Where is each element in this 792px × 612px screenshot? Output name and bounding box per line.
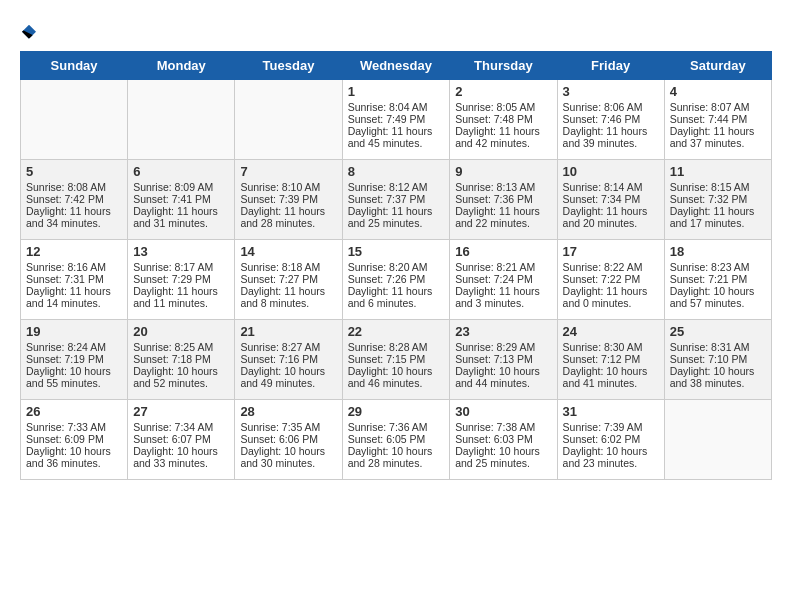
- day-info: Sunrise: 8:24 AM: [26, 341, 122, 353]
- calendar-cell: [21, 80, 128, 160]
- day-info: Sunset: 6:03 PM: [455, 433, 551, 445]
- day-info: Sunset: 6:05 PM: [348, 433, 445, 445]
- calendar-cell: 6Sunrise: 8:09 AMSunset: 7:41 PMDaylight…: [128, 160, 235, 240]
- day-number: 5: [26, 164, 122, 179]
- day-header-saturday: Saturday: [664, 52, 771, 80]
- calendar-week-3: 12Sunrise: 8:16 AMSunset: 7:31 PMDayligh…: [21, 240, 772, 320]
- calendar-cell: 26Sunrise: 7:33 AMSunset: 6:09 PMDayligh…: [21, 400, 128, 480]
- day-info: Sunrise: 8:06 AM: [563, 101, 659, 113]
- day-info: Daylight: 11 hours and 42 minutes.: [455, 125, 551, 149]
- day-info: Sunset: 6:02 PM: [563, 433, 659, 445]
- day-info: Daylight: 10 hours and 30 minutes.: [240, 445, 336, 469]
- calendar-cell: 2Sunrise: 8:05 AMSunset: 7:48 PMDaylight…: [450, 80, 557, 160]
- calendar-cell: 11Sunrise: 8:15 AMSunset: 7:32 PMDayligh…: [664, 160, 771, 240]
- calendar-cell: 3Sunrise: 8:06 AMSunset: 7:46 PMDaylight…: [557, 80, 664, 160]
- day-header-friday: Friday: [557, 52, 664, 80]
- calendar-header-row: SundayMondayTuesdayWednesdayThursdayFrid…: [21, 52, 772, 80]
- day-number: 19: [26, 324, 122, 339]
- day-info: Daylight: 11 hours and 37 minutes.: [670, 125, 766, 149]
- day-info: Daylight: 11 hours and 0 minutes.: [563, 285, 659, 309]
- calendar-cell: 31Sunrise: 7:39 AMSunset: 6:02 PMDayligh…: [557, 400, 664, 480]
- day-info: Sunrise: 8:22 AM: [563, 261, 659, 273]
- calendar-cell: 14Sunrise: 8:18 AMSunset: 7:27 PMDayligh…: [235, 240, 342, 320]
- calendar-cell: 25Sunrise: 8:31 AMSunset: 7:10 PMDayligh…: [664, 320, 771, 400]
- logo: ▶: [20, 20, 36, 41]
- day-info: Daylight: 11 hours and 20 minutes.: [563, 205, 659, 229]
- day-info: Sunrise: 7:36 AM: [348, 421, 445, 433]
- day-number: 23: [455, 324, 551, 339]
- day-number: 26: [26, 404, 122, 419]
- calendar-cell: 30Sunrise: 7:38 AMSunset: 6:03 PMDayligh…: [450, 400, 557, 480]
- day-info: Sunrise: 8:17 AM: [133, 261, 229, 273]
- day-number: 10: [563, 164, 659, 179]
- day-info: Sunrise: 8:30 AM: [563, 341, 659, 353]
- calendar-week-5: 26Sunrise: 7:33 AMSunset: 6:09 PMDayligh…: [21, 400, 772, 480]
- day-info: Sunset: 7:37 PM: [348, 193, 445, 205]
- calendar-cell: 15Sunrise: 8:20 AMSunset: 7:26 PMDayligh…: [342, 240, 450, 320]
- day-number: 13: [133, 244, 229, 259]
- calendar-cell: 18Sunrise: 8:23 AMSunset: 7:21 PMDayligh…: [664, 240, 771, 320]
- day-info: Sunset: 6:06 PM: [240, 433, 336, 445]
- day-header-sunday: Sunday: [21, 52, 128, 80]
- day-number: 30: [455, 404, 551, 419]
- day-number: 2: [455, 84, 551, 99]
- calendar-week-1: 1Sunrise: 8:04 AMSunset: 7:49 PMDaylight…: [21, 80, 772, 160]
- calendar-cell: 7Sunrise: 8:10 AMSunset: 7:39 PMDaylight…: [235, 160, 342, 240]
- calendar-cell: 22Sunrise: 8:28 AMSunset: 7:15 PMDayligh…: [342, 320, 450, 400]
- day-info: Sunset: 7:49 PM: [348, 113, 445, 125]
- day-number: 11: [670, 164, 766, 179]
- day-info: Daylight: 11 hours and 6 minutes.: [348, 285, 445, 309]
- day-info: Sunset: 7:19 PM: [26, 353, 122, 365]
- day-info: Sunrise: 8:05 AM: [455, 101, 551, 113]
- day-info: Sunset: 7:24 PM: [455, 273, 551, 285]
- day-info: Sunrise: 8:12 AM: [348, 181, 445, 193]
- day-info: Sunrise: 7:39 AM: [563, 421, 659, 433]
- day-info: Sunset: 7:16 PM: [240, 353, 336, 365]
- day-info: Daylight: 11 hours and 34 minutes.: [26, 205, 122, 229]
- calendar-cell: 28Sunrise: 7:35 AMSunset: 6:06 PMDayligh…: [235, 400, 342, 480]
- day-header-tuesday: Tuesday: [235, 52, 342, 80]
- day-info: Sunset: 7:12 PM: [563, 353, 659, 365]
- day-number: 15: [348, 244, 445, 259]
- calendar-cell: 20Sunrise: 8:25 AMSunset: 7:18 PMDayligh…: [128, 320, 235, 400]
- day-info: Sunset: 7:31 PM: [26, 273, 122, 285]
- day-number: 17: [563, 244, 659, 259]
- day-number: 22: [348, 324, 445, 339]
- day-info: Daylight: 10 hours and 55 minutes.: [26, 365, 122, 389]
- day-info: Sunset: 7:18 PM: [133, 353, 229, 365]
- calendar-cell: 8Sunrise: 8:12 AMSunset: 7:37 PMDaylight…: [342, 160, 450, 240]
- day-info: Sunset: 7:32 PM: [670, 193, 766, 205]
- day-number: 18: [670, 244, 766, 259]
- day-info: Daylight: 11 hours and 31 minutes.: [133, 205, 229, 229]
- day-info: Sunrise: 8:20 AM: [348, 261, 445, 273]
- day-info: Sunset: 7:13 PM: [455, 353, 551, 365]
- day-info: Daylight: 10 hours and 49 minutes.: [240, 365, 336, 389]
- day-info: Daylight: 10 hours and 52 minutes.: [133, 365, 229, 389]
- day-info: Sunrise: 8:25 AM: [133, 341, 229, 353]
- calendar-cell: 27Sunrise: 7:34 AMSunset: 6:07 PMDayligh…: [128, 400, 235, 480]
- day-info: Sunrise: 8:27 AM: [240, 341, 336, 353]
- day-info: Sunset: 7:15 PM: [348, 353, 445, 365]
- day-info: Sunset: 7:41 PM: [133, 193, 229, 205]
- day-number: 8: [348, 164, 445, 179]
- calendar-cell: 29Sunrise: 7:36 AMSunset: 6:05 PMDayligh…: [342, 400, 450, 480]
- day-info: Sunrise: 8:28 AM: [348, 341, 445, 353]
- calendar-cell: 23Sunrise: 8:29 AMSunset: 7:13 PMDayligh…: [450, 320, 557, 400]
- day-info: Daylight: 11 hours and 3 minutes.: [455, 285, 551, 309]
- day-info: Daylight: 11 hours and 25 minutes.: [348, 205, 445, 229]
- day-number: 25: [670, 324, 766, 339]
- day-info: Sunrise: 8:10 AM: [240, 181, 336, 193]
- day-info: Daylight: 10 hours and 36 minutes.: [26, 445, 122, 469]
- day-number: 12: [26, 244, 122, 259]
- day-number: 16: [455, 244, 551, 259]
- day-info: Sunset: 7:22 PM: [563, 273, 659, 285]
- calendar-cell: 13Sunrise: 8:17 AMSunset: 7:29 PMDayligh…: [128, 240, 235, 320]
- day-info: Sunrise: 8:29 AM: [455, 341, 551, 353]
- day-number: 20: [133, 324, 229, 339]
- day-info: Daylight: 11 hours and 17 minutes.: [670, 205, 766, 229]
- day-number: 27: [133, 404, 229, 419]
- calendar-cell: [235, 80, 342, 160]
- day-info: Sunset: 6:09 PM: [26, 433, 122, 445]
- day-header-wednesday: Wednesday: [342, 52, 450, 80]
- day-info: Sunset: 7:48 PM: [455, 113, 551, 125]
